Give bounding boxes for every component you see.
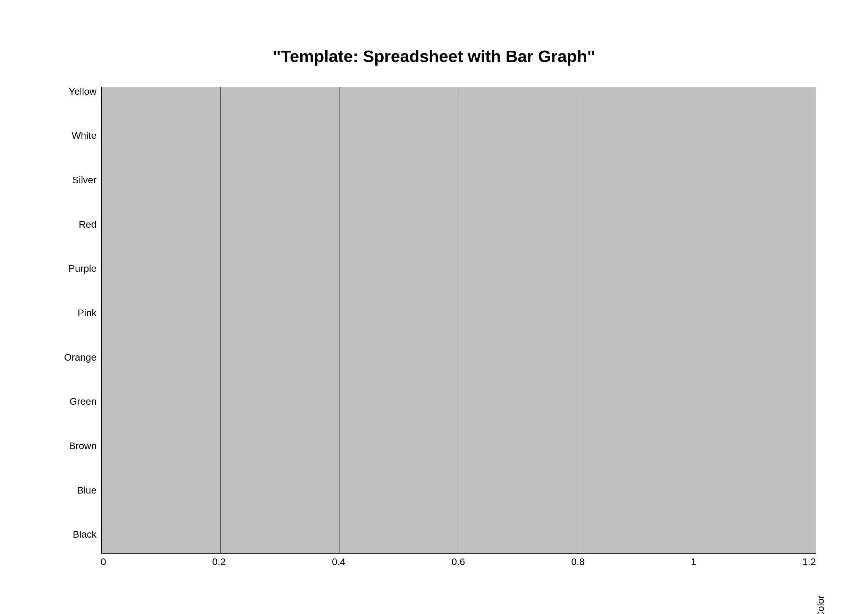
grid-line-1 — [220, 87, 221, 553]
x-label-0.8: 0.8 — [571, 557, 585, 567]
x-label-1.2: 1.2 — [802, 557, 816, 567]
y-label-silver: Silver — [52, 175, 96, 185]
x-label-0.6: 0.6 — [452, 557, 465, 567]
grid-line-3 — [459, 87, 459, 553]
x-label-0.2: 0.2 — [212, 557, 226, 567]
grid-line-5 — [697, 87, 697, 553]
grid-line-2 — [340, 87, 340, 553]
plot-area: 00.20.40.60.811.2 Car Color — [101, 87, 816, 567]
grid-line-0 — [101, 87, 102, 553]
x-axis-labels: 00.20.40.60.811.2 — [101, 557, 816, 567]
grid-line-6 — [816, 87, 816, 553]
y-label-orange: Orange — [52, 353, 96, 362]
y-label-yellow: Yellow — [52, 87, 96, 96]
y-label-pink: Pink — [52, 308, 96, 318]
y-label-brown: Brown — [52, 441, 96, 451]
grid-and-bars — [101, 87, 816, 554]
x-label-0: 0 — [101, 557, 106, 567]
x-axis-title: Car Color — [815, 595, 826, 614]
x-label-1: 1 — [691, 557, 697, 567]
y-label-green: Green — [52, 397, 96, 406]
y-label-red: Red — [52, 220, 96, 229]
y-label-blue: Blue — [52, 485, 96, 495]
x-label-0.4: 0.4 — [332, 557, 345, 567]
chart-title: "Template: Spreadsheet with Bar Graph" — [273, 47, 595, 66]
chart-area: YellowWhiteSilverRedPurplePinkOrangeGree… — [52, 87, 816, 567]
y-axis-labels: YellowWhiteSilverRedPurplePinkOrangeGree… — [52, 87, 101, 567]
y-label-purple: Purple — [52, 264, 96, 273]
y-label-black: Black — [52, 530, 96, 540]
y-label-white: White — [52, 131, 96, 141]
chart-container: "Template: Spreadsheet with Bar Graph" Y… — [52, 47, 816, 567]
